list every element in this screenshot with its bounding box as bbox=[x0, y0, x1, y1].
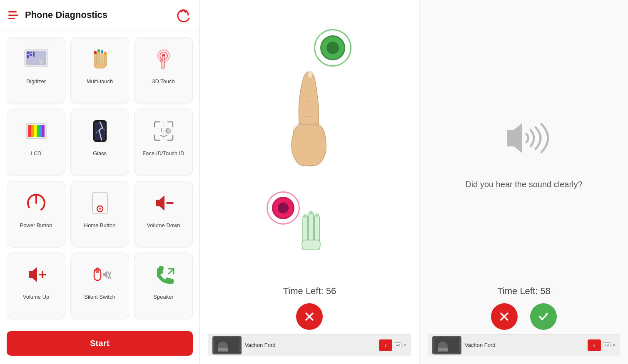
multitouch-label: Multi-touch bbox=[87, 78, 113, 84]
svg-rect-20 bbox=[40, 125, 42, 137]
svg-point-29 bbox=[167, 130, 169, 132]
right-time-left: Time Left: 58 bbox=[497, 286, 551, 297]
hand-illustration bbox=[267, 33, 358, 166]
middle-time-left: Time Left: 56 bbox=[283, 286, 336, 297]
speaker-label: Speaker bbox=[153, 294, 173, 300]
middle-ad-text: Vachon Ford bbox=[242, 342, 379, 348]
start-button[interactable]: Start bbox=[7, 331, 193, 356]
middle-ad-badge: Ad bbox=[394, 342, 402, 348]
svg-point-39 bbox=[95, 267, 100, 273]
grid-item-3dtouch[interactable]: 3D Touch bbox=[134, 37, 193, 104]
grid-item-glass[interactable]: Glass bbox=[70, 109, 129, 176]
voldown-icon-area bbox=[149, 188, 179, 218]
digitizer-icon-area bbox=[21, 44, 51, 74]
hamburger-menu[interactable] bbox=[8, 11, 18, 19]
svg-point-48 bbox=[315, 213, 319, 217]
volup-label: Volume Up bbox=[23, 294, 50, 300]
svg-rect-23 bbox=[95, 122, 105, 140]
svg-rect-17 bbox=[31, 125, 34, 137]
3dtouch-label: 3D Touch bbox=[152, 78, 175, 84]
sound-question: Did you hear the sound clearly? bbox=[465, 180, 582, 189]
silent-icon bbox=[87, 261, 113, 288]
no-button[interactable] bbox=[491, 303, 518, 330]
power-label: Power Button bbox=[20, 222, 52, 228]
svg-line-42 bbox=[169, 269, 174, 274]
svg-rect-3 bbox=[30, 52, 32, 53]
touch-test-area bbox=[208, 8, 411, 286]
right-ad-close[interactable]: ✕ bbox=[612, 343, 616, 347]
app-header: Phone Diagnostics bbox=[0, 0, 199, 30]
glass-icon bbox=[87, 118, 113, 144]
left-panel: Phone Diagnostics bbox=[0, 0, 200, 364]
grid-item-power[interactable]: Power Button bbox=[7, 181, 65, 248]
grid-item-digitizer[interactable]: Digitizer bbox=[7, 37, 65, 104]
middle-ad-banner: Vachon Ford › Ad ✕ bbox=[208, 334, 411, 356]
answer-buttons bbox=[491, 303, 557, 330]
svg-rect-4 bbox=[27, 55, 29, 58]
voldown-label: Volume Down bbox=[147, 222, 180, 228]
svg-rect-32 bbox=[92, 192, 107, 214]
svg-rect-21 bbox=[42, 125, 45, 137]
no-icon bbox=[498, 311, 510, 322]
svg-point-8 bbox=[97, 49, 100, 52]
voldown-icon bbox=[150, 190, 177, 216]
svg-rect-58 bbox=[438, 348, 448, 352]
home-label: Home Button bbox=[84, 222, 116, 228]
lcd-icon-area bbox=[21, 116, 51, 146]
right-ad-thumb bbox=[432, 336, 461, 354]
power-icon bbox=[23, 190, 50, 216]
svg-point-47 bbox=[309, 211, 313, 214]
svg-point-34 bbox=[99, 208, 101, 210]
faceid-label: Face ID/Touch ID bbox=[142, 150, 184, 156]
svg-rect-6 bbox=[33, 52, 35, 57]
refresh-icon[interactable] bbox=[176, 7, 191, 22]
middle-ad-close[interactable]: ✕ bbox=[404, 343, 407, 347]
svg-rect-16 bbox=[28, 125, 31, 137]
silent-label: Silent Switch bbox=[84, 294, 115, 300]
multitouch-icon bbox=[87, 46, 113, 72]
lcd-icon bbox=[23, 118, 50, 144]
svg-rect-2 bbox=[27, 52, 30, 54]
svg-rect-19 bbox=[37, 125, 40, 137]
svg-point-45 bbox=[308, 72, 313, 78]
grid-item-voldown[interactable]: Volume Down bbox=[134, 181, 193, 248]
digitizer-label: Digitizer bbox=[26, 78, 46, 84]
right-ad-badge: Ad bbox=[603, 342, 611, 348]
grid-item-lcd[interactable]: LCD bbox=[7, 109, 65, 176]
grid-item-silent[interactable]: Silent Switch bbox=[70, 253, 129, 319]
grid-item-multitouch[interactable]: Multi-touch bbox=[70, 37, 129, 104]
svg-point-46 bbox=[304, 214, 307, 218]
svg-rect-18 bbox=[34, 125, 37, 137]
right-ad-text: Vachon Ford bbox=[461, 342, 588, 348]
fail-button[interactable] bbox=[296, 303, 323, 330]
middle-panel: Time Left: 56 Vachon Ford › Ad ✕ bbox=[200, 0, 420, 364]
speaker-icon-area bbox=[149, 260, 179, 290]
faceid-icon-area bbox=[149, 116, 179, 146]
grid-item-faceid[interactable]: Face ID/Touch ID bbox=[134, 109, 193, 176]
yes-button[interactable] bbox=[530, 303, 557, 330]
glass-icon-area bbox=[85, 116, 115, 146]
home-icon bbox=[87, 190, 113, 216]
speaker-test-area: Did you hear the sound clearly? bbox=[465, 12, 582, 286]
power-icon-area bbox=[21, 188, 51, 218]
three-finger-svg bbox=[291, 203, 333, 253]
right-ad-arrow[interactable]: › bbox=[588, 339, 601, 351]
middle-controls: Time Left: 56 bbox=[283, 286, 336, 330]
grid-item-home[interactable]: Home Button bbox=[70, 181, 129, 248]
middle-ad-arrow[interactable]: › bbox=[379, 339, 392, 351]
svg-rect-5 bbox=[30, 54, 32, 56]
volup-icon bbox=[23, 261, 50, 288]
3dtouch-icon bbox=[150, 46, 177, 72]
hand-svg bbox=[267, 33, 358, 166]
silent-icon-area bbox=[85, 260, 115, 290]
volup-icon-area bbox=[21, 260, 51, 290]
digitizer-icon bbox=[23, 46, 50, 72]
middle-ad-thumb bbox=[212, 336, 242, 354]
svg-rect-53 bbox=[218, 348, 228, 352]
right-panel: Did you hear the sound clearly? Time Lef… bbox=[420, 0, 628, 364]
three-finger-hand bbox=[291, 203, 333, 253]
grid-item-volup[interactable]: Volume Up bbox=[7, 253, 65, 319]
svg-point-7 bbox=[94, 51, 97, 54]
svg-point-28 bbox=[167, 129, 170, 133]
grid-item-speaker[interactable]: Speaker bbox=[134, 253, 193, 319]
